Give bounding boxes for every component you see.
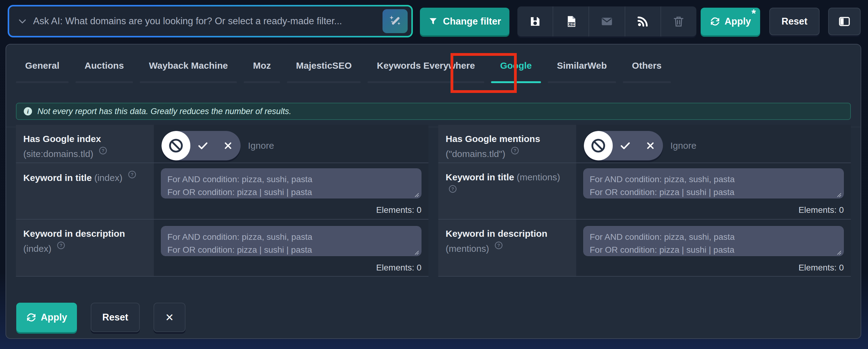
refresh-icon: [710, 16, 720, 27]
toggle-state-label: Ignore: [248, 141, 274, 151]
filter-label-cell: Has Google index (site:domains.tld) ?: [16, 125, 154, 163]
resize-handle[interactable]: [835, 191, 842, 198]
chevron-down-icon[interactable]: [17, 15, 28, 27]
columns-layout-icon: [838, 15, 851, 28]
yes-option[interactable]: [613, 131, 638, 161]
google-mentions-tristate-toggle: [584, 131, 663, 161]
resize-handle[interactable]: [412, 191, 419, 198]
filter-row-keyword-description-index: Keyword in description (index) ? Element…: [16, 220, 429, 277]
filter-control-cell: Elements: 0: [576, 163, 851, 219]
tab-others[interactable]: Others: [623, 60, 671, 82]
apply-button-top[interactable]: Apply *: [701, 8, 760, 35]
envelope-icon: [600, 15, 613, 28]
reset-label: Reset: [781, 16, 807, 27]
keyword-description-index-textarea[interactable]: [161, 226, 422, 256]
tab-similarweb[interactable]: SimilarWeb: [548, 60, 616, 82]
svg-text:?: ?: [130, 172, 133, 177]
no-option[interactable]: [215, 131, 241, 161]
tab-general[interactable]: General: [16, 60, 69, 82]
tab-majesticseo[interactable]: MajesticSEO: [287, 60, 361, 82]
filter-row-has-google-mentions: Has Google mentions ("domains.tld") ?: [438, 125, 851, 163]
filter-label-cell: Keyword in title (mentions) ?: [438, 163, 576, 219]
delete-filter-button[interactable]: [661, 6, 696, 36]
ban-option[interactable]: [161, 131, 190, 161]
help-icon[interactable]: ?: [127, 170, 137, 179]
apply-button-bottom[interactable]: Apply: [16, 303, 77, 332]
filter-row-keyword-title-index: Keyword in title (index) ? Elements: 0: [16, 163, 429, 220]
reset-label: Reset: [102, 312, 128, 323]
apply-label: Apply: [724, 16, 751, 27]
floppy-disk-icon: [529, 15, 541, 28]
filter-section-left: Has Google index (site:domains.tld) ?: [16, 125, 429, 277]
export-csv-button[interactable]: CSV: [553, 6, 589, 36]
filter-label: Keyword in description: [23, 229, 125, 239]
filter-label: Keyword in description: [446, 229, 548, 239]
magic-wand-icon: [388, 14, 402, 28]
apply-label: Apply: [41, 312, 67, 323]
close-filter-button[interactable]: ✕: [154, 303, 185, 332]
ask-ai-combobox[interactable]: [8, 5, 413, 37]
change-filter-button[interactable]: Change filter: [420, 8, 509, 35]
filter-control-cell: Elements: 0: [154, 163, 429, 219]
help-icon[interactable]: ?: [98, 146, 107, 155]
svg-text:CSV: CSV: [568, 22, 575, 26]
help-icon[interactable]: ?: [448, 184, 457, 194]
top-toolbar: Change filter CSV: [0, 0, 868, 43]
resize-handle[interactable]: [412, 249, 419, 255]
yes-option[interactable]: [190, 131, 215, 161]
filter-row-has-google-index: Has Google index (site:domains.tld) ?: [16, 125, 429, 163]
keyword-title-index-textarea[interactable]: [161, 168, 422, 198]
filter-label: Has Google index: [23, 134, 101, 144]
filter-label: Keyword in title: [23, 173, 92, 183]
rss-button[interactable]: [625, 6, 661, 36]
unsaved-changes-badge: *: [751, 8, 756, 19]
help-icon[interactable]: ?: [56, 241, 66, 250]
filter-row-keyword-title-mentions: Keyword in title (mentions) ? Elements: …: [438, 163, 851, 220]
filter-label-cell: Has Google mentions ("domains.tld") ?: [438, 125, 576, 163]
rss-icon: [636, 15, 649, 28]
no-option[interactable]: [638, 131, 663, 161]
tab-wayback-machine[interactable]: Wayback Machine: [140, 60, 237, 82]
svg-text:?: ?: [514, 148, 516, 153]
ban-option[interactable]: [584, 131, 613, 161]
save-filter-button[interactable]: [517, 6, 553, 36]
filter-actions-group: CSV: [517, 6, 696, 36]
google-index-tristate-toggle: [161, 131, 241, 161]
filter-label-note: (mentions): [446, 243, 489, 254]
filter-panel: General Auctions Wayback Machine Moz Maj…: [5, 44, 861, 339]
keyword-description-mentions-textarea[interactable]: [583, 226, 844, 256]
filter-label-cell: Keyword in description (index) ?: [16, 220, 154, 276]
elements-count: Elements: 0: [161, 263, 422, 273]
ask-ai-input[interactable]: [33, 16, 382, 27]
filter-label-cell: Keyword in description (mentions) ?: [438, 220, 576, 276]
elements-count: Elements: 0: [583, 263, 844, 273]
layout-columns-button[interactable]: [828, 8, 861, 35]
svg-text:?: ?: [59, 242, 62, 248]
filter-row-keyword-description-mentions: Keyword in description (mentions) ? Elem…: [438, 220, 851, 277]
resize-handle[interactable]: [835, 249, 842, 255]
filter-label-note: (index): [23, 243, 52, 254]
tab-keywords-everywhere[interactable]: Keywords Everywhere: [368, 60, 484, 82]
info-banner-text: Not every report has this data. Greatly …: [37, 107, 291, 116]
info-banner: i Not every report has this data. Greatl…: [16, 103, 851, 120]
close-icon: ✕: [165, 311, 174, 324]
reset-button-top[interactable]: Reset: [769, 8, 819, 35]
email-button[interactable]: [589, 6, 625, 36]
elements-count: Elements: 0: [161, 205, 422, 215]
filter-label-note: (index): [94, 173, 123, 183]
refresh-icon: [26, 312, 36, 323]
help-icon[interactable]: ?: [510, 146, 520, 155]
tab-google[interactable]: Google: [491, 60, 541, 82]
filter-label-cell: Keyword in title (index) ?: [16, 163, 154, 219]
keyword-title-mentions-textarea[interactable]: [583, 168, 844, 198]
reset-button-bottom[interactable]: Reset: [91, 303, 140, 332]
filter-label: Has Google mentions: [446, 134, 540, 144]
svg-text:i: i: [27, 108, 29, 115]
ai-wand-button[interactable]: [382, 9, 408, 33]
tab-auctions[interactable]: Auctions: [75, 60, 133, 82]
info-icon: i: [23, 106, 33, 117]
tab-moz[interactable]: Moz: [244, 60, 280, 82]
filter-funnel-icon: [428, 17, 438, 26]
elements-count: Elements: 0: [583, 205, 844, 215]
help-icon[interactable]: ?: [494, 241, 503, 250]
